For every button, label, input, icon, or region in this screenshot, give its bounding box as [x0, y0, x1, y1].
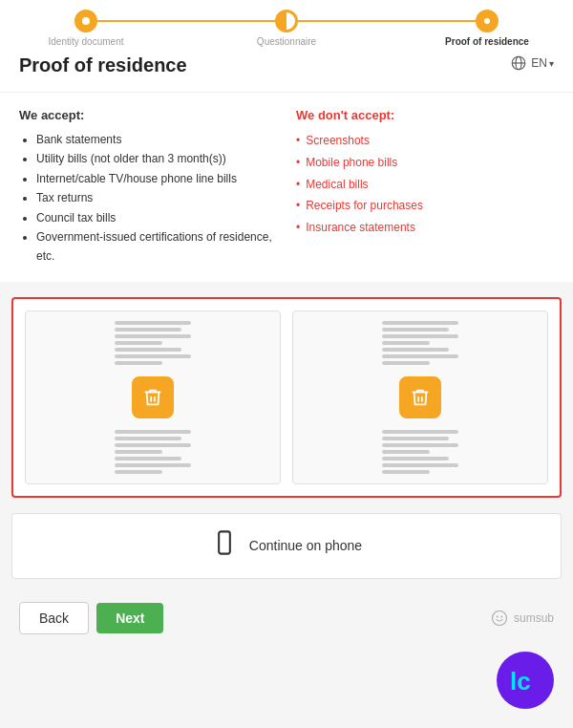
page-wrapper: Identity document Questionnaire Proof of…: [0, 0, 573, 665]
accept-item: Internet/cable TV/house phone line bills: [36, 169, 277, 188]
trash-icon: [142, 387, 163, 408]
doc-line: [382, 470, 430, 474]
doc-line: [382, 450, 430, 454]
doc-line: [382, 437, 449, 440]
doc-line: [382, 361, 430, 365]
sumsub-name: sumsub: [514, 611, 554, 625]
doc-line: [382, 457, 449, 460]
doc-lines-bottom-1: [115, 430, 191, 474]
step-1: Identity document: [29, 10, 143, 47]
sumsub-icon: [491, 610, 508, 627]
accept-list: Bank statements Utility bills (not older…: [19, 130, 277, 267]
doc-preview-1: [26, 311, 280, 483]
reject-item: Screenshots: [296, 130, 554, 152]
doc-line: [115, 348, 181, 352]
doc-line: [382, 334, 458, 338]
accept-item: Utility bills (not older than 3 month(s)…: [36, 149, 277, 168]
doc-line: [115, 463, 191, 467]
step-1-label: Identity document: [49, 36, 124, 47]
reject-column: We don't accept: Screenshots Mobile phon…: [296, 108, 554, 267]
upload-section[interactable]: [11, 297, 562, 498]
step-2: Questionnaire: [229, 10, 344, 47]
doc-line: [115, 443, 191, 447]
doc-line: [115, 341, 162, 345]
doc-line: [115, 450, 162, 454]
accept-item: Tax returns: [36, 188, 277, 207]
reject-title: We don't accept:: [296, 108, 554, 122]
lang-label: EN: [531, 56, 547, 70]
accept-item: Government-issued certifications of resi…: [36, 227, 277, 267]
chevron-down-icon: ▾: [549, 58, 554, 69]
doc-line: [115, 354, 191, 358]
continue-on-phone-label: Continue on phone: [249, 538, 362, 553]
doc-preview-2: [293, 311, 547, 483]
doc-line: [115, 334, 191, 338]
doc-line: [115, 430, 191, 434]
step-3: Proof of residence: [430, 10, 544, 47]
svg-point-9: [500, 615, 502, 617]
svg-point-8: [497, 615, 499, 617]
doc-line: [115, 321, 191, 325]
doc-line: [115, 457, 181, 460]
doc-lines-top-1: [115, 321, 191, 365]
accept-item: Council tax bills: [36, 208, 277, 227]
reject-item: Receipts for purchases: [296, 195, 554, 217]
svg-point-1: [484, 18, 490, 24]
lang-selector[interactable]: EN ▾: [510, 54, 554, 72]
upload-slot-2[interactable]: [292, 310, 548, 484]
progress-steps: Identity document Questionnaire Proof of…: [0, 0, 573, 47]
page-title: Proof of residence: [19, 54, 187, 76]
brand-icon: lc: [506, 661, 544, 699]
delete-button-1[interactable]: [132, 376, 174, 418]
step-3-circle: [476, 10, 499, 32]
step-3-label: Proof of residence: [445, 36, 529, 47]
continue-on-phone-button[interactable]: Continue on phone: [11, 513, 562, 579]
brand-logo: lc: [497, 652, 554, 709]
reject-list: Screenshots Mobile phone bills Medical b…: [296, 130, 554, 239]
globe-icon: [510, 54, 527, 72]
doc-line: [115, 328, 181, 332]
doc-line: [382, 443, 458, 447]
svg-rect-5: [219, 531, 230, 553]
doc-line: [115, 470, 162, 474]
doc-line: [382, 354, 458, 358]
step-2-circle: [275, 10, 298, 32]
doc-line: [382, 341, 430, 345]
next-button[interactable]: Next: [96, 603, 163, 633]
doc-line: [115, 437, 181, 440]
doc-line: [382, 328, 449, 332]
svg-text:lc: lc: [510, 667, 531, 696]
doc-line: [382, 321, 458, 325]
content-area: We accept: Bank statements Utility bills…: [0, 93, 573, 282]
trash-icon: [410, 387, 431, 408]
phone-icon: [211, 529, 238, 563]
reject-item: Insurance statements: [296, 217, 554, 239]
upload-slot-1[interactable]: [25, 310, 281, 484]
accept-item: Bank statements: [36, 130, 277, 149]
svg-point-7: [492, 610, 506, 625]
delete-button-2[interactable]: [399, 376, 441, 418]
sumsub-logo: sumsub: [491, 610, 554, 627]
doc-line: [382, 348, 449, 352]
accept-title: We accept:: [19, 108, 277, 122]
step-1-circle: [74, 10, 97, 32]
footer: Back Next sumsub: [0, 590, 573, 646]
accept-reject-section: We accept: Bank statements Utility bills…: [19, 108, 554, 267]
step-2-label: Questionnaire: [257, 36, 316, 47]
doc-lines-bottom-2: [382, 430, 458, 474]
reject-item: Mobile phone bills: [296, 152, 554, 174]
doc-line: [382, 463, 458, 467]
accept-column: We accept: Bank statements Utility bills…: [19, 108, 277, 267]
reject-item: Medical bills: [296, 174, 554, 196]
header-area: Proof of residence EN ▾: [0, 47, 573, 93]
doc-line: [115, 361, 162, 365]
back-button[interactable]: Back: [19, 602, 89, 634]
svg-point-0: [82, 17, 90, 25]
doc-lines-top-2: [382, 321, 458, 365]
doc-line: [382, 430, 458, 434]
